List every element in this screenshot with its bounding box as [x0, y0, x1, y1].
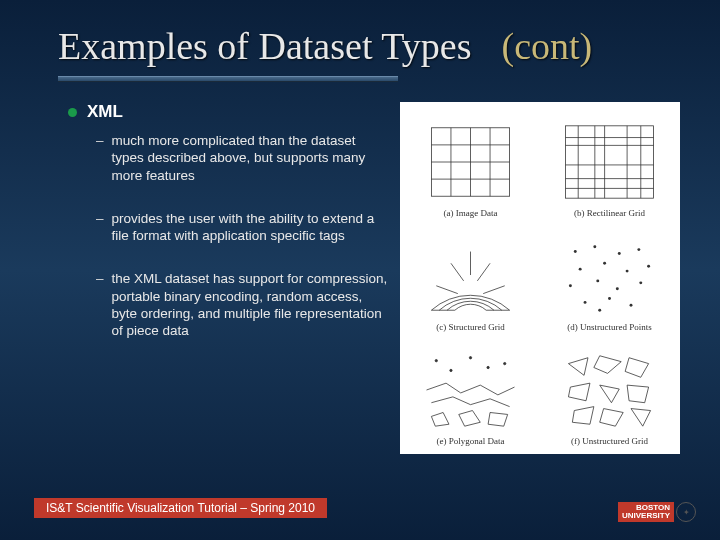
svg-marker-56 — [600, 409, 623, 427]
svg-line-21 — [483, 286, 505, 294]
footer-bar: IS&T Scientific Visualization Tutorial –… — [34, 498, 327, 518]
logo-seal-icon: ✦ — [676, 502, 696, 522]
svg-marker-47 — [459, 411, 481, 427]
slide-title-cont: (cont) — [501, 24, 592, 68]
list-item-text: provides the user with the ability to ex… — [112, 210, 388, 245]
svg-point-26 — [593, 245, 596, 248]
svg-marker-49 — [568, 358, 588, 376]
svg-point-44 — [450, 369, 452, 371]
svg-marker-57 — [631, 409, 651, 427]
svg-point-29 — [579, 268, 582, 271]
svg-marker-50 — [594, 356, 621, 374]
figure-cell-polygonal: (e) Polygonal Data — [406, 338, 535, 446]
svg-rect-7 — [566, 126, 654, 198]
svg-point-40 — [598, 309, 601, 312]
slide-title: Examples of Dataset Types — [58, 24, 471, 68]
svg-marker-54 — [627, 385, 649, 403]
logo-text: BOSTON UNIVERSITY — [618, 502, 674, 522]
svg-marker-53 — [600, 385, 620, 403]
figure-cell-unstructured-grid: (f) Unstructured Grid — [545, 338, 674, 446]
svg-point-41 — [435, 359, 437, 361]
slide-title-row: Examples of Dataset Types (cont) — [0, 0, 720, 76]
svg-line-20 — [436, 286, 458, 294]
figure-caption: (d) Unstructured Points — [567, 322, 652, 332]
list-item: – provides the user with the ability to … — [96, 210, 388, 245]
text-column: XML – much more complicated than the dat… — [68, 102, 388, 454]
svg-marker-52 — [568, 383, 590, 401]
svg-point-37 — [584, 301, 587, 304]
figure-cell-structured: (c) Structured Grid — [406, 224, 535, 332]
svg-point-30 — [603, 262, 606, 265]
sub-bullet-list: – much more complicated than the dataset… — [96, 132, 388, 339]
bullet-heading-row: XML — [68, 102, 388, 122]
bullet-heading: XML — [87, 102, 123, 122]
svg-point-34 — [596, 279, 599, 282]
figure-panel: (a) Image Data (b) Rectilinear Grid — [400, 102, 680, 454]
svg-point-32 — [647, 265, 650, 268]
svg-point-36 — [639, 281, 642, 284]
polygonal-data-icon — [406, 346, 535, 434]
svg-marker-55 — [572, 407, 594, 425]
svg-point-27 — [618, 252, 621, 255]
svg-point-31 — [626, 270, 629, 273]
list-item-text: much more complicated than the dataset t… — [112, 132, 388, 184]
svg-point-45 — [487, 366, 489, 368]
figure-cell-unstructured-points: (d) Unstructured Points — [545, 224, 674, 332]
rectilinear-grid-icon — [545, 118, 674, 206]
svg-point-38 — [608, 297, 611, 300]
svg-point-42 — [469, 357, 471, 359]
svg-marker-48 — [488, 412, 508, 426]
figure-caption: (c) Structured Grid — [436, 322, 504, 332]
list-item: – the XML dataset has support for compre… — [96, 270, 388, 339]
figure-caption: (f) Unstructured Grid — [571, 436, 648, 446]
figure-caption: (e) Polygonal Data — [437, 436, 505, 446]
bullet-icon — [68, 108, 77, 117]
list-item-text: the XML dataset has support for compress… — [112, 270, 388, 339]
dash-icon: – — [96, 270, 104, 339]
svg-point-39 — [630, 304, 633, 307]
svg-line-22 — [451, 263, 464, 281]
figure-cell-rectilinear: (b) Rectilinear Grid — [545, 110, 674, 218]
dash-icon: – — [96, 210, 104, 245]
list-item: – much more complicated than the dataset… — [96, 132, 388, 184]
logo-line2: UNIVERSITY — [622, 512, 670, 520]
university-logo: BOSTON UNIVERSITY ✦ — [618, 502, 696, 522]
svg-point-25 — [574, 250, 577, 253]
structured-grid-icon — [406, 232, 535, 320]
unstructured-grid-icon — [545, 346, 674, 434]
svg-point-33 — [569, 284, 572, 287]
svg-line-23 — [477, 263, 490, 281]
svg-marker-46 — [431, 412, 449, 426]
svg-marker-51 — [625, 358, 648, 378]
svg-point-35 — [616, 287, 619, 290]
figure-caption: (b) Rectilinear Grid — [574, 208, 645, 218]
image-data-icon — [406, 118, 535, 206]
svg-point-28 — [637, 248, 640, 251]
content-area: XML – much more complicated than the dat… — [0, 82, 720, 454]
svg-point-43 — [504, 362, 506, 364]
figure-cell-image-data: (a) Image Data — [406, 110, 535, 218]
figure-caption: (a) Image Data — [444, 208, 498, 218]
unstructured-points-icon — [545, 232, 674, 320]
dash-icon: – — [96, 132, 104, 184]
